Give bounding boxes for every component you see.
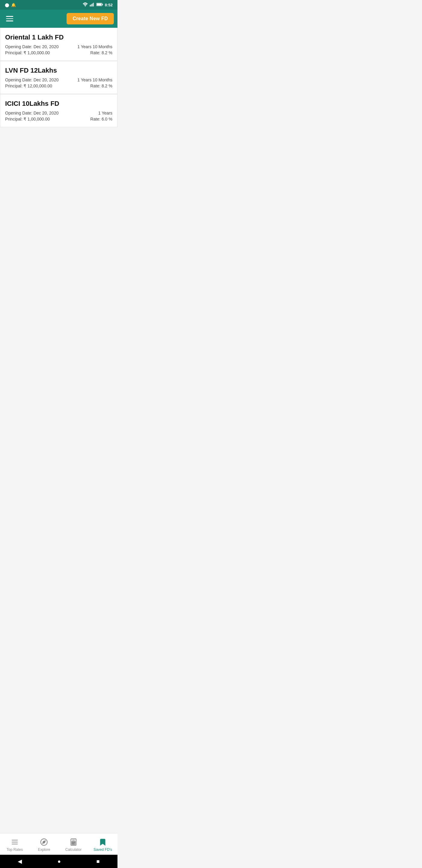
fd-opening-date-2: Opening Date: Dec 20, 2020 <box>5 111 59 116</box>
circle-icon: ⬤ <box>5 3 9 7</box>
fd-principal-1: Principal: ₹ 12,00,000.00 <box>5 84 59 88</box>
fd-title-0: Oriental 1 Lakh FD <box>5 33 112 41</box>
svg-rect-7 <box>97 3 101 5</box>
fd-details-2: Opening Date: Dec 20, 2020 Principal: ₹ … <box>5 111 112 121</box>
fd-right-2: 1 Years Rate: 6.0 % <box>90 111 112 121</box>
svg-rect-2 <box>91 4 92 6</box>
fd-details-1: Opening Date: Dec 20, 2020 Principal: ₹ … <box>5 78 112 88</box>
status-right: 8:52 <box>83 2 112 7</box>
signal-icon <box>90 2 95 7</box>
status-left: ⬤ 🔔 <box>5 3 16 7</box>
app-bar: Create New FD <box>0 10 118 28</box>
svg-rect-1 <box>90 5 90 6</box>
battery-icon <box>96 3 103 7</box>
fd-rate-1: Rate: 8.2 % <box>90 84 112 88</box>
fd-duration-2: 1 Years <box>98 111 112 116</box>
fd-left-1: Opening Date: Dec 20, 2020 Principal: ₹ … <box>5 78 59 88</box>
fd-left-2: Opening Date: Dec 20, 2020 Principal: ₹ … <box>5 111 59 121</box>
fd-duration-1: 1 Years 10 Months <box>77 78 112 82</box>
fd-card-2[interactable]: ICICI 10Lakhs FD Opening Date: Dec 20, 2… <box>0 94 118 127</box>
fd-details-0: Opening Date: Dec 20, 2020 Principal: ₹ … <box>5 44 112 55</box>
status-bar: ⬤ 🔔 8:52 <box>0 0 118 10</box>
fd-card-0[interactable]: Oriental 1 Lakh FD Opening Date: Dec 20,… <box>0 28 118 61</box>
fd-title-1: LVN FD 12Lakhs <box>5 67 112 74</box>
svg-rect-4 <box>93 3 94 6</box>
fd-principal-0: Principal: ₹ 1,00,000.00 <box>5 50 59 55</box>
fd-duration-0: 1 Years 10 Months <box>77 44 112 49</box>
fd-list: Oriental 1 Lakh FD Opening Date: Dec 20,… <box>0 28 118 127</box>
time-display: 8:52 <box>105 3 112 7</box>
fd-right-0: 1 Years 10 Months Rate: 8.2 % <box>77 44 112 55</box>
fd-opening-date-0: Opening Date: Dec 20, 2020 <box>5 44 59 49</box>
svg-rect-3 <box>92 3 93 6</box>
fd-title-2: ICICI 10Lakhs FD <box>5 100 112 107</box>
fd-rate-2: Rate: 6.0 % <box>90 117 112 121</box>
fd-card-1[interactable]: LVN FD 12Lakhs Opening Date: Dec 20, 202… <box>0 61 118 94</box>
notification-icon: 🔔 <box>11 3 16 7</box>
svg-rect-6 <box>102 4 103 5</box>
fd-principal-2: Principal: ₹ 1,00,000.00 <box>5 117 59 121</box>
fd-rate-0: Rate: 8.2 % <box>90 50 112 55</box>
create-fd-button[interactable]: Create New FD <box>67 13 114 24</box>
menu-icon[interactable] <box>4 13 16 24</box>
svg-point-0 <box>85 6 86 6</box>
fd-opening-date-1: Opening Date: Dec 20, 2020 <box>5 78 59 82</box>
fd-left-0: Opening Date: Dec 20, 2020 Principal: ₹ … <box>5 44 59 55</box>
empty-area <box>0 127 118 308</box>
fd-right-1: 1 Years 10 Months Rate: 8.2 % <box>77 78 112 88</box>
wifi-icon <box>83 2 88 7</box>
